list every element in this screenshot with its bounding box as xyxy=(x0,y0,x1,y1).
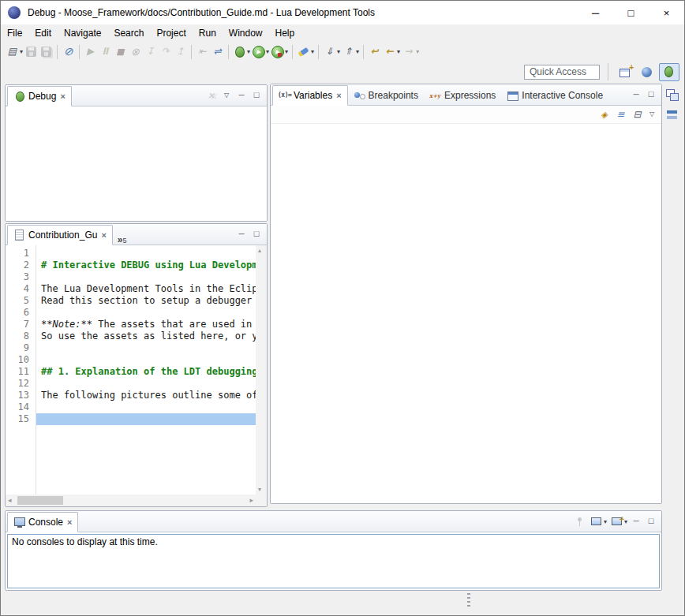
resume-button[interactable] xyxy=(83,43,98,61)
step-return-button[interactable] xyxy=(173,43,188,61)
debug-button[interactable] xyxy=(232,43,251,61)
ldt-perspective-button[interactable] xyxy=(638,64,657,80)
line-number[interactable]: 7 xyxy=(6,319,36,330)
line-number[interactable]: 14 xyxy=(6,401,36,413)
use-step-filters-button[interactable] xyxy=(210,43,225,61)
line-number[interactable]: 10 xyxy=(6,354,36,366)
close-tab-button[interactable] xyxy=(67,517,72,527)
external-tools-button-dropdown[interactable] xyxy=(285,48,288,55)
menu-file[interactable]: File xyxy=(1,24,28,41)
editor-text-area[interactable]: 12# Interactive DEBUG using Lua Developm… xyxy=(6,245,256,495)
run-button-dropdown[interactable] xyxy=(266,48,269,55)
menu-search[interactable]: Search xyxy=(107,24,150,41)
hidden-editors-button[interactable]: »5 xyxy=(113,227,132,245)
open-perspective-button[interactable] xyxy=(616,64,635,80)
line-number[interactable]: 1 xyxy=(6,248,36,259)
menu-edit[interactable]: Edit xyxy=(28,24,58,41)
last-edit-location-button[interactable] xyxy=(367,43,382,61)
menu-navigate[interactable]: Navigate xyxy=(58,24,107,41)
step-over-button[interactable] xyxy=(158,43,173,61)
line-number[interactable]: 11 xyxy=(6,366,36,378)
variables-tab-expressions[interactable]: Expressions xyxy=(424,86,501,105)
variables-tab-breakpoints[interactable]: Breakpoints xyxy=(348,86,424,105)
display-selected-console-button[interactable] xyxy=(589,513,608,530)
forward-button-dropdown[interactable] xyxy=(416,48,419,55)
search-button[interactable] xyxy=(296,43,315,61)
debug-perspective-button[interactable] xyxy=(659,63,679,81)
display-selected-console-button-dropdown[interactable] xyxy=(604,518,607,525)
minimized-views-button[interactable] xyxy=(664,108,680,122)
variables-tab-variables[interactable]: Variables xyxy=(272,85,348,106)
search-button-dropdown[interactable] xyxy=(311,48,314,55)
line-number[interactable]: 15 xyxy=(6,413,36,425)
save-button[interactable] xyxy=(24,43,39,61)
debug-view-menu-button[interactable] xyxy=(219,89,234,102)
maximize-window-button[interactable]: □ xyxy=(613,1,649,24)
new-wizard-button-dropdown[interactable] xyxy=(20,48,23,55)
show-type-names-button[interactable] xyxy=(613,106,628,123)
collapse-all-button[interactable] xyxy=(630,106,645,123)
run-button[interactable] xyxy=(251,43,270,61)
drop-to-frame-button[interactable] xyxy=(195,43,210,61)
editor-maximize-button[interactable] xyxy=(249,228,264,241)
line-number[interactable]: 13 xyxy=(6,390,36,401)
line-number[interactable]: 3 xyxy=(6,271,36,283)
line-number[interactable]: 2 xyxy=(6,259,36,271)
horizontal-scrollbar-thumb[interactable] xyxy=(17,496,63,505)
line-number[interactable]: 9 xyxy=(6,342,36,354)
back-button[interactable] xyxy=(382,43,401,61)
forward-button[interactable] xyxy=(401,43,420,61)
editor-line[interactable]: 6 xyxy=(6,307,256,319)
pin-console-button[interactable] xyxy=(572,513,587,530)
next-annotation-button-dropdown[interactable] xyxy=(337,48,340,55)
menu-help[interactable]: Help xyxy=(269,24,301,41)
editor-line[interactable]: 14 xyxy=(6,401,256,413)
open-console-button-dropdown[interactable] xyxy=(624,518,627,525)
console-tab-console[interactable]: Console xyxy=(7,512,78,532)
disconnect-button[interactable] xyxy=(128,43,143,61)
editor-line[interactable]: 13The following pictures outline some of xyxy=(6,390,256,401)
previous-annotation-button-dropdown[interactable] xyxy=(356,48,359,55)
editor-horizontal-scrollbar[interactable] xyxy=(6,495,256,506)
editor-line[interactable]: 5Read this section to setup a debugger xyxy=(6,295,256,307)
skip-all-breakpoints-button[interactable] xyxy=(61,43,76,61)
editor-line[interactable]: 11## 1. Explanation of the LDT debugging xyxy=(6,366,256,378)
editor-vertical-scrollbar[interactable] xyxy=(256,245,267,495)
external-tools-button[interactable] xyxy=(270,43,289,61)
editor-line[interactable]: 9 xyxy=(6,342,256,354)
minimize-window-button[interactable]: ─ xyxy=(578,1,613,24)
editor-line[interactable]: 10 xyxy=(6,354,256,366)
line-number[interactable]: 4 xyxy=(6,283,36,295)
back-button-dropdown[interactable] xyxy=(397,48,400,55)
previous-annotation-button[interactable] xyxy=(341,43,360,61)
close-window-button[interactable]: × xyxy=(649,1,684,24)
close-tab-button[interactable] xyxy=(336,91,341,100)
editor-tab-contribution-gu[interactable]: Contribution_Gu xyxy=(7,225,113,245)
console-maximize-button[interactable] xyxy=(644,515,658,528)
line-number[interactable]: 6 xyxy=(6,307,36,319)
line-number[interactable]: 8 xyxy=(6,330,36,342)
variables-tab-interactive-console[interactable]: Interactive Console xyxy=(501,86,608,105)
variables-view-menu-button[interactable] xyxy=(645,108,659,121)
restore-view-button[interactable] xyxy=(664,88,680,102)
save-all-button[interactable] xyxy=(39,43,54,61)
console-minimize-button[interactable] xyxy=(629,515,643,528)
debug-tab-debug[interactable]: Debug xyxy=(7,86,72,106)
close-tab-button[interactable] xyxy=(60,91,65,101)
remove-all-terminated-button[interactable] xyxy=(204,87,219,104)
editor-line[interactable]: 8So use the assets as listed here, or y xyxy=(6,330,256,342)
editor-line[interactable]: 3 xyxy=(6,271,256,283)
terminate-button[interactable] xyxy=(113,43,128,61)
editor-line[interactable]: 12 xyxy=(6,378,256,390)
new-wizard-button[interactable] xyxy=(5,43,24,61)
editor-line[interactable]: 1 xyxy=(6,248,256,259)
quick-access-input[interactable]: Quick Access xyxy=(524,65,600,80)
close-tab-button[interactable] xyxy=(101,230,106,240)
resize-grip[interactable] xyxy=(467,593,470,609)
editor-minimize-button[interactable] xyxy=(234,228,249,241)
debug-minimize-button[interactable] xyxy=(234,89,249,102)
editor-line[interactable]: 7**Note:** The assets that are used in xyxy=(6,319,256,330)
next-annotation-button[interactable] xyxy=(322,43,341,61)
debug-button-dropdown[interactable] xyxy=(247,48,250,55)
editor-line[interactable]: 15 xyxy=(6,413,256,425)
